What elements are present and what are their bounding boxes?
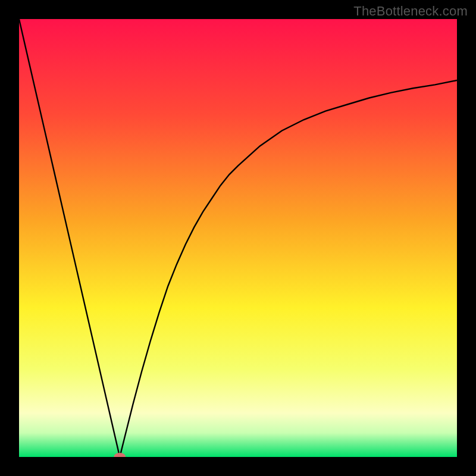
bottleneck-curve-chart <box>19 19 457 457</box>
watermark-text: TheBottleneck.com <box>353 4 468 19</box>
chart-container: TheBottleneck.com <box>0 0 476 476</box>
gradient-background <box>19 19 457 457</box>
plot-area <box>19 19 457 457</box>
